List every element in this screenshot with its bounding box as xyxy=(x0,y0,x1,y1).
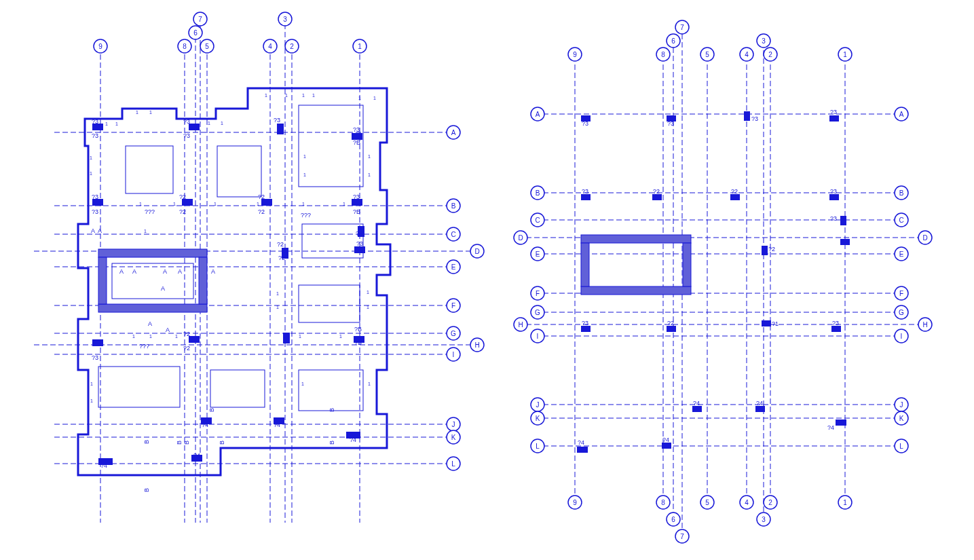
svg-text:?2: ?2 xyxy=(277,241,284,248)
svg-rect-77 xyxy=(189,124,200,130)
svg-text:?3: ?3 xyxy=(92,132,98,139)
svg-rect-290 xyxy=(581,235,691,243)
svg-text:5: 5 xyxy=(705,499,709,506)
svg-text:?4: ?4 xyxy=(100,462,107,469)
svg-text:?3: ?3 xyxy=(830,109,837,115)
svg-text:1: 1 xyxy=(368,154,371,159)
grid-bubbles-sides-right: A A B B C C D D E E F F G G H H I I J J … xyxy=(514,107,932,453)
svg-rect-291 xyxy=(581,286,691,295)
svg-rect-69 xyxy=(299,370,363,411)
svg-text:I: I xyxy=(453,351,455,358)
svg-text:L: L xyxy=(536,443,540,450)
svg-text:?4: ?4 xyxy=(578,439,584,446)
svg-text:2: 2 xyxy=(768,499,772,506)
svg-text:1: 1 xyxy=(299,334,301,339)
svg-rect-301 xyxy=(829,194,839,200)
foundation-walls xyxy=(78,88,390,475)
svg-text:1: 1 xyxy=(149,110,152,115)
svg-text:?2: ?2 xyxy=(258,193,265,200)
svg-text:?B: ?B xyxy=(354,326,362,333)
svg-text:?2: ?2 xyxy=(179,208,186,215)
svg-text:5: 5 xyxy=(205,43,209,50)
svg-text:4: 4 xyxy=(268,43,272,50)
svg-text:?2: ?2 xyxy=(768,246,775,253)
svg-rect-66 xyxy=(98,367,180,407)
svg-text:J: J xyxy=(900,401,903,409)
svg-text:A: A xyxy=(161,285,165,292)
svg-text:1: 1 xyxy=(136,110,138,115)
svg-text:6: 6 xyxy=(671,516,675,523)
svg-text:1: 1 xyxy=(276,291,279,296)
svg-text:E: E xyxy=(451,263,456,271)
grid-bubbles-top-right: 9 8 6 7 5 4 3 2 1 xyxy=(568,20,852,61)
svg-text:1: 1 xyxy=(144,229,147,234)
svg-text:C: C xyxy=(451,231,455,238)
svg-text:1: 1 xyxy=(843,51,847,58)
svg-text:1: 1 xyxy=(149,334,152,339)
svg-text:3: 3 xyxy=(762,516,766,523)
svg-text:1: 1 xyxy=(173,202,176,206)
svg-text:1: 1 xyxy=(367,290,369,295)
svg-text:B: B xyxy=(183,441,190,445)
svg-text:F: F xyxy=(536,290,540,297)
svg-text:?3: ?3 xyxy=(183,118,190,125)
svg-text:1: 1 xyxy=(358,43,362,50)
svg-rect-73 xyxy=(98,257,107,304)
svg-text:2: 2 xyxy=(290,43,294,50)
svg-text:H: H xyxy=(518,321,523,329)
svg-rect-68 xyxy=(210,370,265,407)
svg-text:B: B xyxy=(143,440,150,444)
svg-text:?3: ?3 xyxy=(830,188,837,195)
svg-text:2: 2 xyxy=(768,51,772,58)
svg-text:1: 1 xyxy=(265,93,267,98)
svg-rect-293 xyxy=(683,243,691,286)
svg-text:5: 5 xyxy=(705,51,709,58)
svg-text:1: 1 xyxy=(368,381,371,386)
svg-text:?3: ?3 xyxy=(667,120,674,127)
svg-text:G: G xyxy=(899,309,904,316)
svg-text:A: A xyxy=(211,268,215,275)
svg-text:1: 1 xyxy=(302,93,305,98)
svg-text:?2: ?2 xyxy=(179,193,186,200)
svg-rect-67 xyxy=(299,285,360,322)
svg-rect-72 xyxy=(98,304,207,312)
svg-text:1: 1 xyxy=(90,381,93,386)
svg-text:1: 1 xyxy=(221,121,223,126)
column-tags-left: ?3 ?3 ?3 ?3 ?3 ?3 ?B ?3 ?3 ?2 ?2 ?2 ?2 ?… xyxy=(92,117,363,469)
svg-text:?3: ?3 xyxy=(92,208,98,215)
svg-text:F: F xyxy=(899,290,903,297)
svg-text:?3: ?3 xyxy=(582,188,588,195)
svg-text:D: D xyxy=(518,234,523,242)
svg-rect-64 xyxy=(217,146,261,197)
svg-text:A: A xyxy=(536,111,540,118)
vertical-gridlines-right xyxy=(575,34,845,533)
svg-text:C: C xyxy=(899,217,903,224)
core-wall-right xyxy=(581,235,691,295)
svg-rect-313 xyxy=(662,443,671,449)
svg-text:C: C xyxy=(535,217,540,224)
svg-text:?4: ?4 xyxy=(350,436,356,443)
svg-rect-297 xyxy=(829,115,839,122)
svg-text:1: 1 xyxy=(358,96,361,100)
svg-text:B: B xyxy=(329,408,335,412)
svg-text:?3: ?3 xyxy=(582,320,588,326)
svg-text:B: B xyxy=(329,441,335,445)
svg-text:B: B xyxy=(208,408,215,412)
svg-text:1: 1 xyxy=(257,202,259,206)
svg-text:1: 1 xyxy=(373,96,376,100)
svg-text:E: E xyxy=(899,250,904,258)
svg-text:D: D xyxy=(474,248,479,255)
svg-text:K: K xyxy=(899,415,904,422)
svg-text:8: 8 xyxy=(661,51,665,58)
svg-text:?2: ?2 xyxy=(653,188,660,195)
svg-rect-305 xyxy=(581,326,591,332)
svg-text:?3: ?3 xyxy=(92,354,98,361)
svg-text:A: A xyxy=(166,326,170,333)
svg-text:L: L xyxy=(451,460,455,468)
svg-text:1: 1 xyxy=(285,93,288,98)
svg-text:1: 1 xyxy=(312,93,315,98)
svg-text:1: 1 xyxy=(343,202,345,206)
svg-text:A: A xyxy=(119,268,124,275)
svg-text:1: 1 xyxy=(368,172,371,177)
grid-bubbles-bottom-right: 9 8 6 7 5 4 3 2 1 xyxy=(568,496,852,543)
